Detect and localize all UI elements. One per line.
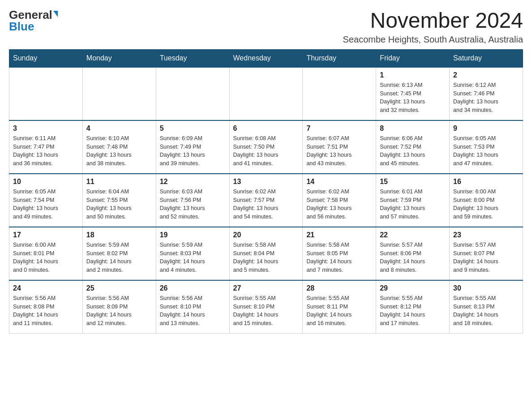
logo-general-text: General: [9, 9, 52, 21]
day-info: Sunrise: 6:06 AM Sunset: 7:52 PM Dayligh…: [380, 134, 446, 168]
day-number: 13: [233, 178, 299, 186]
day-cell: 21Sunrise: 5:58 AM Sunset: 8:05 PM Dayli…: [303, 227, 376, 280]
day-info: Sunrise: 5:56 AM Sunset: 8:10 PM Dayligh…: [160, 294, 226, 328]
day-cell: 16Sunrise: 6:00 AM Sunset: 8:00 PM Dayli…: [450, 174, 523, 227]
day-number: 6: [233, 124, 299, 133]
weekday-header-tuesday: Tuesday: [156, 49, 229, 67]
day-info: Sunrise: 5:56 AM Sunset: 8:09 PM Dayligh…: [86, 294, 152, 328]
calendar-table: SundayMondayTuesdayWednesdayThursdayFrid…: [9, 49, 523, 334]
day-info: Sunrise: 5:55 AM Sunset: 8:11 PM Dayligh…: [306, 294, 372, 328]
weekday-header-saturday: Saturday: [450, 49, 523, 67]
page-header: General Blue November 2024 Seacombe Heig…: [9, 9, 523, 45]
day-number: 27: [233, 284, 299, 292]
day-number: 24: [13, 284, 79, 292]
day-cell: 29Sunrise: 5:55 AM Sunset: 8:12 PM Dayli…: [376, 280, 450, 334]
weekday-header-thursday: Thursday: [303, 49, 376, 67]
day-cell: 6Sunrise: 6:08 AM Sunset: 7:50 PM Daylig…: [229, 120, 303, 174]
week-row-2: 3Sunrise: 6:11 AM Sunset: 7:47 PM Daylig…: [9, 120, 523, 174]
weekday-header-monday: Monday: [82, 49, 156, 67]
day-number: 12: [160, 178, 226, 186]
day-cell: 3Sunrise: 6:11 AM Sunset: 7:47 PM Daylig…: [9, 120, 83, 174]
day-info: Sunrise: 6:01 AM Sunset: 7:59 PM Dayligh…: [380, 188, 446, 221]
day-number: 11: [86, 178, 152, 186]
day-cell: [9, 67, 83, 120]
logo: General Blue: [9, 9, 58, 32]
day-cell: 8Sunrise: 6:06 AM Sunset: 7:52 PM Daylig…: [376, 120, 450, 174]
day-number: 19: [160, 231, 226, 239]
day-number: 3: [13, 124, 79, 133]
day-number: 15: [380, 178, 446, 186]
day-cell: 4Sunrise: 6:10 AM Sunset: 7:48 PM Daylig…: [82, 120, 156, 174]
day-cell: 22Sunrise: 5:57 AM Sunset: 8:06 PM Dayli…: [376, 227, 450, 280]
day-info: Sunrise: 6:05 AM Sunset: 7:54 PM Dayligh…: [13, 188, 79, 221]
week-row-4: 17Sunrise: 6:00 AM Sunset: 8:01 PM Dayli…: [9, 227, 523, 280]
day-info: Sunrise: 5:57 AM Sunset: 8:06 PM Dayligh…: [380, 241, 446, 274]
day-cell: 23Sunrise: 5:57 AM Sunset: 8:07 PM Dayli…: [450, 227, 523, 280]
day-number: 18: [86, 231, 152, 239]
logo-arrow-icon: [53, 11, 58, 17]
day-info: Sunrise: 5:55 AM Sunset: 8:10 PM Dayligh…: [233, 294, 299, 328]
day-number: 21: [306, 231, 372, 239]
day-number: 4: [86, 124, 152, 133]
day-info: Sunrise: 5:56 AM Sunset: 8:08 PM Dayligh…: [13, 294, 79, 328]
day-cell: [229, 67, 303, 120]
day-cell: 20Sunrise: 5:58 AM Sunset: 8:04 PM Dayli…: [229, 227, 303, 280]
day-cell: 24Sunrise: 5:56 AM Sunset: 8:08 PM Dayli…: [9, 280, 83, 334]
day-number: 10: [13, 178, 79, 186]
day-number: 22: [380, 231, 446, 239]
day-info: Sunrise: 6:11 AM Sunset: 7:47 PM Dayligh…: [13, 134, 79, 168]
day-cell: [303, 67, 376, 120]
day-number: 20: [233, 231, 299, 239]
weekday-header-row: SundayMondayTuesdayWednesdayThursdayFrid…: [9, 49, 523, 67]
week-row-1: 1Sunrise: 6:13 AM Sunset: 7:45 PM Daylig…: [9, 67, 523, 120]
month-title: November 2024: [343, 9, 523, 33]
day-number: 23: [453, 231, 519, 239]
day-info: Sunrise: 5:57 AM Sunset: 8:07 PM Dayligh…: [453, 241, 519, 274]
day-cell: 14Sunrise: 6:02 AM Sunset: 7:58 PM Dayli…: [303, 174, 376, 227]
day-cell: 30Sunrise: 5:55 AM Sunset: 8:13 PM Dayli…: [450, 280, 523, 334]
day-number: 29: [380, 284, 446, 292]
day-number: 28: [306, 284, 372, 292]
day-number: 14: [306, 178, 372, 186]
weekday-header-sunday: Sunday: [9, 49, 83, 67]
day-cell: 28Sunrise: 5:55 AM Sunset: 8:11 PM Dayli…: [303, 280, 376, 334]
day-info: Sunrise: 5:55 AM Sunset: 8:12 PM Dayligh…: [380, 294, 446, 328]
day-cell: [82, 67, 156, 120]
day-cell: 25Sunrise: 5:56 AM Sunset: 8:09 PM Dayli…: [82, 280, 156, 334]
day-cell: 26Sunrise: 5:56 AM Sunset: 8:10 PM Dayli…: [156, 280, 229, 334]
day-cell: 7Sunrise: 6:07 AM Sunset: 7:51 PM Daylig…: [303, 120, 376, 174]
day-number: 8: [380, 124, 446, 133]
day-number: 5: [160, 124, 226, 133]
day-info: Sunrise: 6:13 AM Sunset: 7:45 PM Dayligh…: [380, 81, 446, 115]
day-cell: 2Sunrise: 6:12 AM Sunset: 7:46 PM Daylig…: [450, 67, 523, 120]
day-info: Sunrise: 6:00 AM Sunset: 8:01 PM Dayligh…: [13, 241, 79, 274]
location-text: Seacombe Heights, South Australia, Austr…: [343, 34, 523, 45]
day-number: 7: [306, 124, 372, 133]
week-row-3: 10Sunrise: 6:05 AM Sunset: 7:54 PM Dayli…: [9, 174, 523, 227]
week-row-5: 24Sunrise: 5:56 AM Sunset: 8:08 PM Dayli…: [9, 280, 523, 334]
day-info: Sunrise: 5:59 AM Sunset: 8:03 PM Dayligh…: [160, 241, 226, 274]
day-info: Sunrise: 6:04 AM Sunset: 7:55 PM Dayligh…: [86, 188, 152, 221]
day-cell: 19Sunrise: 5:59 AM Sunset: 8:03 PM Dayli…: [156, 227, 229, 280]
day-info: Sunrise: 5:58 AM Sunset: 8:05 PM Dayligh…: [306, 241, 372, 274]
day-info: Sunrise: 5:59 AM Sunset: 8:02 PM Dayligh…: [86, 241, 152, 274]
day-number: 2: [453, 71, 519, 79]
day-info: Sunrise: 6:08 AM Sunset: 7:50 PM Dayligh…: [233, 134, 299, 168]
day-cell: 17Sunrise: 6:00 AM Sunset: 8:01 PM Dayli…: [9, 227, 83, 280]
day-cell: 13Sunrise: 6:02 AM Sunset: 7:57 PM Dayli…: [229, 174, 303, 227]
day-info: Sunrise: 6:02 AM Sunset: 7:58 PM Dayligh…: [306, 188, 372, 221]
day-info: Sunrise: 6:07 AM Sunset: 7:51 PM Dayligh…: [306, 134, 372, 168]
weekday-header-wednesday: Wednesday: [229, 49, 303, 67]
day-number: 26: [160, 284, 226, 292]
day-info: Sunrise: 6:03 AM Sunset: 7:56 PM Dayligh…: [160, 188, 226, 221]
day-cell: 27Sunrise: 5:55 AM Sunset: 8:10 PM Dayli…: [229, 280, 303, 334]
day-cell: [156, 67, 229, 120]
day-number: 25: [86, 284, 152, 292]
day-cell: 18Sunrise: 5:59 AM Sunset: 8:02 PM Dayli…: [82, 227, 156, 280]
day-info: Sunrise: 5:58 AM Sunset: 8:04 PM Dayligh…: [233, 241, 299, 274]
day-info: Sunrise: 6:12 AM Sunset: 7:46 PM Dayligh…: [453, 81, 519, 115]
day-info: Sunrise: 6:00 AM Sunset: 8:00 PM Dayligh…: [453, 188, 519, 221]
day-info: Sunrise: 6:10 AM Sunset: 7:48 PM Dayligh…: [86, 134, 152, 168]
weekday-header-friday: Friday: [376, 49, 450, 67]
day-number: 9: [453, 124, 519, 133]
